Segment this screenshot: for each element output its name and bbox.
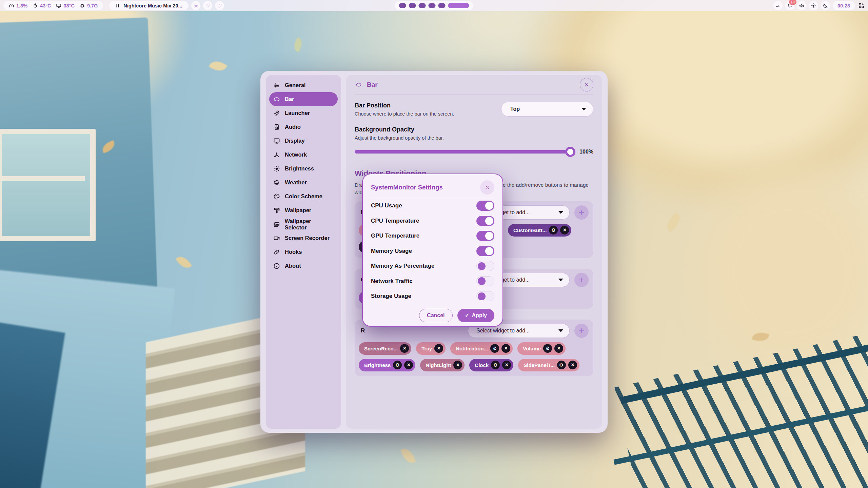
- sidebar-item-network[interactable]: Network: [269, 148, 338, 162]
- widget-chip[interactable]: SidePanelT...⚙×: [518, 359, 579, 371]
- modal-toggle-list: CPU UsageCPU TemperatureGPU TemperatureM…: [371, 198, 494, 304]
- gear-icon[interactable]: ⚙: [490, 344, 499, 353]
- media-title: Nightcore Music Mix 20...: [123, 3, 182, 8]
- toggle-switch-storage-usage[interactable]: [476, 291, 494, 301]
- workspace-dot[interactable]: [419, 3, 426, 8]
- sidebar-item-weather[interactable]: Weather: [269, 176, 338, 189]
- opacity-slider-track[interactable]: [355, 150, 568, 154]
- sidebar-item-hooks[interactable]: Hooks: [269, 245, 338, 259]
- gear-icon[interactable]: ⚙: [549, 226, 558, 235]
- toggle-row: Memory As Percentage: [371, 259, 494, 274]
- close-icon: [584, 82, 589, 87]
- media-player-module[interactable]: Nightcore Music Mix 20...: [109, 1, 188, 10]
- bell-button[interactable]: 10: [785, 1, 794, 10]
- widget-chip[interactable]: NightLight×: [420, 359, 465, 371]
- workspace-indicator[interactable]: [395, 1, 473, 10]
- add-widget-button[interactable]: +: [574, 324, 589, 338]
- pause-icon[interactable]: [115, 3, 120, 8]
- sidebar-item-wallpaper[interactable]: Wallpaper: [269, 203, 338, 217]
- toggle-switch-network-traffic[interactable]: [476, 276, 494, 286]
- remove-widget-button[interactable]: ×: [502, 361, 511, 369]
- opacity-slider-handle[interactable]: [565, 147, 575, 157]
- moon-off-button[interactable]: [821, 1, 830, 10]
- cat-button[interactable]: [773, 1, 783, 10]
- toggle-switch-gpu-temperature[interactable]: [476, 231, 494, 241]
- sidebar-item-label: General: [285, 82, 305, 88]
- sidebar-item-display[interactable]: Display: [269, 134, 338, 148]
- widget-chip[interactable]: Clock⚙×: [469, 359, 513, 371]
- remove-widget-button[interactable]: ×: [568, 361, 577, 369]
- remove-widget-button[interactable]: ×: [404, 361, 413, 369]
- remove-widget-button[interactable]: ×: [554, 344, 563, 353]
- roller-icon: [273, 207, 280, 214]
- toggle-switch-cpu-temperature[interactable]: [476, 216, 494, 226]
- heart-button[interactable]: ♡: [203, 1, 212, 10]
- sun-button[interactable]: [809, 1, 818, 10]
- widget-chip[interactable]: Tray×: [416, 342, 446, 355]
- system-stats-module[interactable]: 1.8%43°C38°C9.7G: [3, 1, 103, 10]
- sidebar-item-audio[interactable]: Audio: [269, 120, 338, 134]
- toggle-row: Storage Usage: [371, 289, 494, 304]
- cancel-button[interactable]: Cancel: [419, 309, 452, 322]
- sidebar-item-about[interactable]: About: [269, 259, 338, 273]
- toggle-switch-memory-as-percentage[interactable]: [476, 261, 494, 271]
- remove-widget-button[interactable]: ×: [501, 344, 510, 353]
- sidebar-item-general[interactable]: General: [269, 78, 338, 92]
- dashboard-launcher-icon[interactable]: [858, 2, 865, 9]
- workspace-dot[interactable]: [409, 3, 416, 8]
- close-window-button[interactable]: [580, 78, 593, 92]
- widget-chip[interactable]: Notification...⚙×: [450, 342, 513, 355]
- remove-widget-button[interactable]: ×: [434, 344, 443, 353]
- sidebar-item-screen-recorder[interactable]: Screen Recorder: [269, 231, 338, 245]
- sidebar-item-bar[interactable]: Bar: [269, 92, 338, 106]
- section-title-right: R: [361, 327, 365, 334]
- speaker-button[interactable]: [797, 1, 806, 10]
- stat-item: 38°C: [56, 3, 74, 8]
- workspace-dot[interactable]: [448, 3, 469, 8]
- wallpaper-leaf: [401, 446, 416, 465]
- cat-icon: [775, 3, 781, 8]
- widget-chip[interactable]: CustomButt...⚙×: [508, 224, 571, 237]
- sidebar-item-label: Wallpaper Selector: [285, 218, 334, 231]
- add-widget-button[interactable]: +: [574, 273, 589, 287]
- remove-widget-button[interactable]: ×: [453, 361, 462, 369]
- chevron-down-icon: [558, 211, 563, 214]
- modal-title: SystemMonitor Settings: [371, 184, 443, 191]
- moon-off-icon: [823, 3, 828, 8]
- apply-label: Apply: [472, 312, 487, 319]
- workspace-dot[interactable]: [429, 3, 436, 8]
- toggle-switch-memory-usage[interactable]: [476, 246, 494, 256]
- widget-chip[interactable]: Brightness⚙×: [359, 359, 415, 371]
- remove-widget-button[interactable]: ×: [560, 226, 569, 235]
- widget-chips: ScreenReco...×Tray×Notification...⚙×Volu…: [359, 342, 589, 371]
- sidebar-item-launcher[interactable]: Launcher: [269, 106, 338, 120]
- widget-chip-label: Tray: [421, 346, 432, 351]
- workspace-dot[interactable]: [438, 3, 446, 8]
- gear-icon[interactable]: ⚙: [491, 361, 500, 369]
- workspace-dot[interactable]: [399, 3, 406, 8]
- sidebar-item-label: Color Scheme: [285, 193, 322, 200]
- gear-icon[interactable]: ⚙: [557, 361, 566, 369]
- skull-button[interactable]: ☠: [191, 1, 200, 10]
- link-icon: [273, 249, 280, 256]
- widget-chip[interactable]: ScreenReco...×: [359, 342, 411, 355]
- sidebar-item-brightness[interactable]: Brightness: [269, 162, 338, 176]
- widget-chip-label: Volume: [523, 346, 541, 351]
- clock-text: 00:28: [837, 3, 850, 8]
- sidebar-item-wallpaper-selector[interactable]: Wallpaper Selector: [269, 217, 338, 231]
- clock-module[interactable]: 00:28: [833, 1, 855, 10]
- gear-icon[interactable]: ⚙: [543, 344, 552, 353]
- sidebar-item-label: Hooks: [285, 249, 302, 255]
- gear-icon[interactable]: ⚙: [393, 361, 402, 369]
- widget-chip[interactable]: Volume⚙×: [517, 342, 566, 355]
- toggle-switch-cpu-usage[interactable]: [476, 201, 494, 211]
- add-widget-button[interactable]: +: [574, 205, 589, 220]
- sidebar-item-color-scheme[interactable]: Color Scheme: [269, 189, 338, 203]
- close-modal-button[interactable]: [480, 180, 494, 195]
- bar-position-select[interactable]: Top: [501, 102, 593, 117]
- apply-button[interactable]: ✓ Apply: [457, 309, 494, 322]
- stat-value: 1.8%: [16, 3, 27, 8]
- remove-widget-button[interactable]: ×: [400, 344, 409, 353]
- toggle-row: CPU Temperature: [371, 214, 494, 229]
- heart-button[interactable]: ♡: [215, 1, 224, 10]
